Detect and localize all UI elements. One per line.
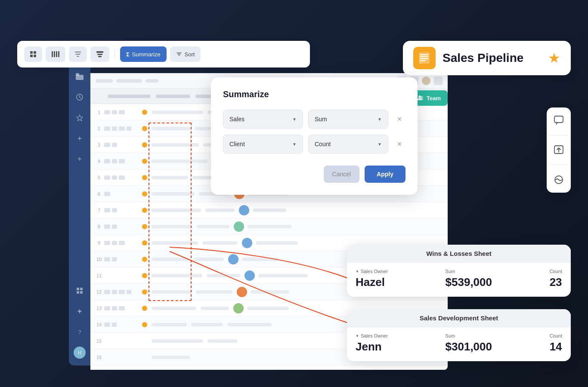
svg-rect-25 xyxy=(421,60,426,61)
summarize-row-1: Sales ▼ Sum ▼ × xyxy=(223,110,405,129)
star-icon[interactable]: ★ xyxy=(548,50,560,66)
chevron-down-icon-1: ▼ xyxy=(292,117,297,122)
filter-button[interactable] xyxy=(69,46,87,62)
svg-rect-1 xyxy=(76,73,79,76)
wins-owner-col: ▼ Sales Owner Hazel xyxy=(356,269,388,289)
wins-sum-value: $539,000 xyxy=(446,276,492,289)
cancel-button[interactable]: Cancel xyxy=(324,166,360,183)
sales-pipeline-card: Sales Pipeline ★ xyxy=(403,41,571,75)
chevron-down-icon-4: ▼ xyxy=(378,142,382,147)
sidebar-icon-star[interactable] xyxy=(74,112,86,124)
svg-rect-27 xyxy=(554,116,563,123)
svg-rect-4 xyxy=(77,288,79,290)
svg-rect-8 xyxy=(30,51,33,54)
summarize-modal-title: Summarize xyxy=(223,89,405,99)
chat-icon[interactable] xyxy=(551,113,566,128)
columns-view-button[interactable] xyxy=(46,46,65,62)
summarize-modal: Summarize Sales ▼ Sum ▼ × Client ▼ Count… xyxy=(211,77,418,195)
svg-rect-6 xyxy=(77,291,79,294)
wins-sum-col: Sum $539,000 xyxy=(446,269,492,289)
sidebar: 🔔 + ? H xyxy=(69,43,90,366)
toolbar-divider xyxy=(115,49,115,59)
sidebar-avatar[interactable]: H xyxy=(74,347,86,359)
svg-rect-16 xyxy=(96,51,103,53)
table-row[interactable]: 8 xyxy=(90,218,448,235)
chevron-down-icon-3: ▼ xyxy=(292,142,297,147)
apply-button[interactable]: Apply xyxy=(365,166,405,183)
group-button[interactable] xyxy=(90,46,109,62)
field-select-2[interactable]: Client ▼ xyxy=(223,135,303,154)
toolbar: Σ Summarize Sort xyxy=(17,41,310,68)
aggregation-select-1[interactable]: Sum ▼ xyxy=(308,110,388,129)
svg-rect-23 xyxy=(421,56,428,58)
svg-rect-18 xyxy=(98,56,102,57)
wins-count-value: 23 xyxy=(550,276,562,289)
svg-point-20 xyxy=(421,96,423,98)
dev-owner-col: ▼ Sales Owner Jenn xyxy=(356,333,388,353)
table-row[interactable]: 7 xyxy=(90,202,448,218)
sales-dev-title: Sales Development Sheet xyxy=(347,309,571,327)
wins-losses-card: Wins & Losses Sheet ▼ Sales Owner Hazel … xyxy=(347,245,571,297)
pipeline-icon xyxy=(413,47,436,69)
activity-icon[interactable] xyxy=(551,172,566,187)
svg-point-19 xyxy=(418,95,421,98)
pipeline-title: Sales Pipeline xyxy=(443,51,523,65)
modal-footer: Cancel Apply xyxy=(223,166,405,183)
sidebar-icon-clock[interactable] xyxy=(74,91,86,103)
right-panel xyxy=(547,108,571,193)
svg-rect-11 xyxy=(34,55,36,57)
sidebar-icon-ai[interactable] xyxy=(74,305,86,317)
upload-icon[interactable] xyxy=(551,142,566,158)
sort-button[interactable]: Sort xyxy=(170,46,201,62)
svg-rect-7 xyxy=(80,291,83,294)
wins-owner-value: Hazel xyxy=(356,276,388,289)
dev-owner-value: Jenn xyxy=(356,340,388,353)
remove-row-2-button[interactable]: × xyxy=(393,138,405,150)
svg-rect-9 xyxy=(34,51,36,54)
svg-rect-22 xyxy=(421,54,428,55)
sidebar-icon-grid[interactable] xyxy=(74,285,86,297)
wins-count-col: Count 23 xyxy=(550,269,562,289)
remove-row-1-button[interactable]: × xyxy=(393,113,405,125)
grid-view-button[interactable] xyxy=(24,46,42,62)
sidebar-icon-add[interactable]: + xyxy=(74,153,86,165)
dev-count-col: Count 14 xyxy=(550,333,562,353)
svg-rect-17 xyxy=(97,54,102,55)
svg-rect-26 xyxy=(419,52,421,64)
triangle-icon: ▼ xyxy=(356,270,359,273)
sidebar-icon-folder[interactable] xyxy=(74,71,86,83)
svg-marker-3 xyxy=(77,115,83,121)
triangle-icon-2: ▼ xyxy=(356,334,359,338)
sigma-icon: Σ xyxy=(126,51,130,58)
wins-losses-title: Wins & Losses Sheet xyxy=(347,245,571,263)
summarize-button[interactable]: Σ Summarize xyxy=(120,46,167,62)
dev-count-value: 14 xyxy=(550,340,562,353)
svg-rect-15 xyxy=(58,51,59,57)
dev-sum-value: $301,000 xyxy=(446,340,492,353)
chevron-down-icon-2: ▼ xyxy=(378,117,382,122)
summarize-row-2: Client ▼ Count ▼ × xyxy=(223,135,405,154)
svg-rect-13 xyxy=(54,51,55,57)
svg-rect-10 xyxy=(30,55,33,57)
svg-rect-24 xyxy=(421,58,428,59)
svg-rect-14 xyxy=(56,51,57,57)
aggregation-select-2[interactable]: Count ▼ xyxy=(308,135,388,154)
sidebar-icon-help[interactable]: ? xyxy=(74,326,86,338)
sales-dev-card: Sales Development Sheet ▼ Sales Owner Je… xyxy=(347,309,571,361)
sidebar-icon-sparkle[interactable] xyxy=(74,132,86,144)
field-select-1[interactable]: Sales ▼ xyxy=(223,110,303,129)
dev-sum-col: Sum $301,000 xyxy=(446,333,492,353)
svg-rect-5 xyxy=(80,288,83,290)
svg-rect-12 xyxy=(52,51,53,57)
